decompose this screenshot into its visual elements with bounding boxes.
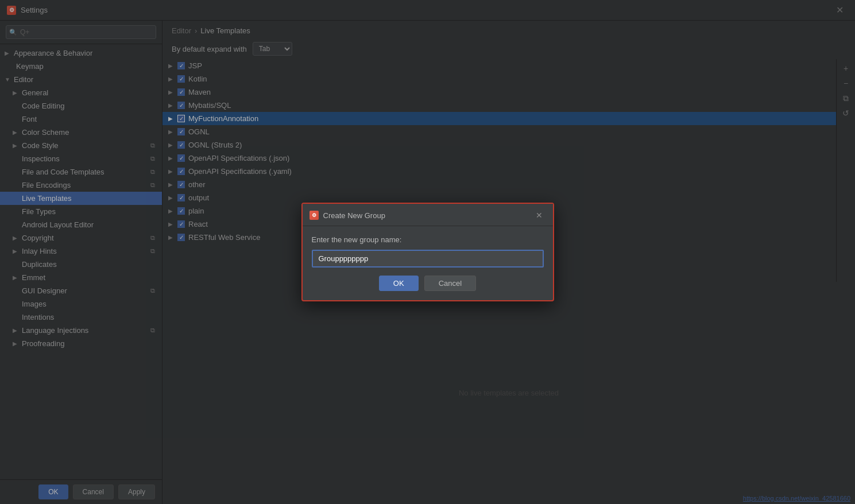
- modal-cancel-button[interactable]: Cancel: [424, 276, 476, 291]
- modal-title: Create New Group: [323, 211, 528, 220]
- modal-overlay: ⚙ Create New Group ✕ Enter the new group…: [0, 0, 855, 504]
- modal-body: Enter the new group name: OK Cancel: [303, 226, 553, 300]
- modal-title-bar: ⚙ Create New Group ✕: [303, 204, 553, 226]
- create-group-dialog: ⚙ Create New Group ✕ Enter the new group…: [301, 203, 554, 301]
- modal-ok-button[interactable]: OK: [379, 276, 419, 291]
- modal-close-button[interactable]: ✕: [532, 210, 546, 221]
- modal-app-icon: ⚙: [309, 211, 319, 220]
- group-name-input[interactable]: [312, 250, 544, 267]
- modal-label: Enter the new group name:: [312, 235, 544, 244]
- modal-buttons: OK Cancel: [312, 276, 544, 291]
